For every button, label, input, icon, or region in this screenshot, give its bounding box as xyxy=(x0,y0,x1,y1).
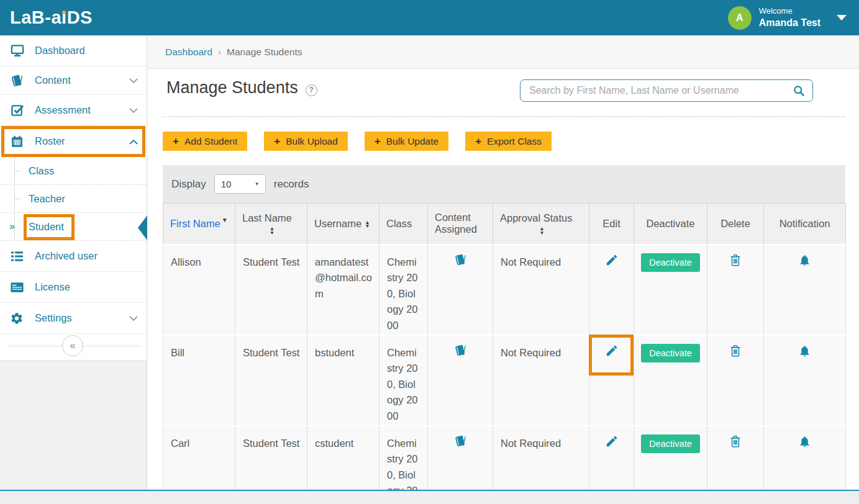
column-header-deactivate: Deactivate xyxy=(634,204,707,245)
cell-content-assigned xyxy=(428,245,493,335)
chevron-down-icon xyxy=(129,313,138,324)
bulk-upload-button[interactable]: + Bulk Upload xyxy=(264,132,348,151)
page-title: Manage Students ? xyxy=(166,78,317,97)
cell-last-name: Student Test xyxy=(235,335,307,426)
sort-icon: ▲▼ xyxy=(242,227,302,235)
sidebar-item-student[interactable]: » Student xyxy=(0,213,147,241)
select-caret-icon: ▼ xyxy=(255,181,260,187)
breadcrumb-dashboard-link[interactable]: Dashboard xyxy=(165,47,212,58)
list-icon xyxy=(10,250,27,263)
cell-first-name: Allison xyxy=(163,245,235,335)
plus-icon: + xyxy=(375,135,381,148)
export-class-button[interactable]: + Export Class xyxy=(465,132,552,151)
edit-pencil-icon[interactable] xyxy=(605,434,619,448)
chevron-down-icon xyxy=(129,75,138,86)
button-label: Bulk Update xyxy=(386,136,439,147)
sidebar-item-content[interactable]: Content xyxy=(0,66,147,95)
column-label: Content Assigned xyxy=(435,212,477,235)
avatar[interactable]: A xyxy=(728,6,752,30)
sidebar-item-label: Dashboard xyxy=(35,45,138,56)
cell-first-name: Bill xyxy=(163,335,235,426)
content-book-icon[interactable] xyxy=(454,253,467,266)
sort-desc-icon: ▼ xyxy=(222,217,228,223)
card-icon xyxy=(10,281,27,294)
sidebar-item-label: Class xyxy=(29,165,54,177)
edit-pencil-icon[interactable] xyxy=(605,344,619,358)
cell-notification xyxy=(764,245,846,335)
delete-trash-icon[interactable] xyxy=(729,253,742,268)
column-header-first-name[interactable]: First Name ▼ xyxy=(163,204,235,245)
table-controls: Display 10 ▼ records xyxy=(163,165,845,203)
column-label: Delete xyxy=(720,218,750,229)
active-item-marker: » xyxy=(9,221,15,232)
lab-aids-logo[interactable]: LaB-aıDS xyxy=(10,9,93,27)
notification-bell-icon[interactable] xyxy=(798,434,811,449)
plus-icon: + xyxy=(274,135,280,148)
add-student-button[interactable]: + Add Student xyxy=(163,132,247,151)
button-label: Bulk Upload xyxy=(286,136,338,147)
notification-bell-icon[interactable] xyxy=(798,344,811,358)
records-label: records xyxy=(274,178,309,191)
search-icon[interactable] xyxy=(793,84,805,97)
edit-pencil-icon[interactable] xyxy=(605,253,619,267)
action-buttons: + Add Student + Bulk Upload + Bulk Updat… xyxy=(163,132,552,151)
help-icon[interactable]: ? xyxy=(306,84,317,96)
content-book-icon[interactable] xyxy=(454,434,467,448)
sidebar-item-roster[interactable]: Roster xyxy=(0,126,147,157)
delete-trash-icon[interactable] xyxy=(729,434,742,449)
cell-class: Chemistry 200, Biology 2000 xyxy=(380,335,428,426)
column-header-approval-status[interactable]: Approval Status ▲▼ xyxy=(493,204,589,245)
page-size-value: 10 xyxy=(221,179,232,189)
column-header-username[interactable]: Username ▲▼ xyxy=(307,204,380,245)
column-header-last-name[interactable]: Last Name ▲▼ xyxy=(235,204,307,245)
cell-approval-status: Not Required xyxy=(493,335,589,426)
deactivate-button[interactable]: Deactivate xyxy=(641,434,700,453)
cell-edit xyxy=(589,335,634,426)
notification-bell-icon[interactable] xyxy=(798,253,811,268)
calendar-icon xyxy=(10,135,27,148)
column-label: Edit xyxy=(602,218,620,229)
sidebar-item-label: Student xyxy=(29,221,64,233)
button-label: Export Class xyxy=(487,136,542,147)
sidebar-filler xyxy=(0,360,147,504)
cell-username: amandatest@hotmail.com xyxy=(307,245,380,335)
user-name: Amanda Test xyxy=(759,17,820,30)
user-menu-caret-icon[interactable] xyxy=(837,15,847,20)
deactivate-button[interactable]: Deactivate xyxy=(641,253,700,272)
book-icon xyxy=(10,74,27,88)
column-label: Class xyxy=(386,218,412,229)
cell-username: bstudent xyxy=(307,335,380,426)
delete-trash-icon[interactable] xyxy=(729,344,742,358)
sort-icon: ▲▼ xyxy=(365,220,370,228)
cell-content-assigned xyxy=(428,335,493,426)
sidebar-item-dashboard[interactable]: Dashboard xyxy=(0,35,147,66)
plus-icon: + xyxy=(475,135,481,148)
sidebar-item-assessment[interactable]: Assessment xyxy=(0,95,147,126)
sidebar: Dashboard Content Assessment Roster Clas… xyxy=(0,35,147,504)
logo-text: LaB-a xyxy=(10,9,61,27)
sidebar-item-license[interactable]: License xyxy=(0,272,147,303)
search-input[interactable] xyxy=(529,85,793,96)
sidebar-item-settings[interactable]: Settings xyxy=(0,303,147,334)
column-label: Username xyxy=(314,218,361,230)
cell-delete xyxy=(707,245,764,335)
sidebar-item-archived-user[interactable]: Archived user xyxy=(0,241,147,272)
table-row: Bill Student Test bstudent Chemistry 200… xyxy=(163,335,846,426)
cell-approval-status: Not Required xyxy=(493,245,589,335)
sidebar-item-class[interactable]: Class xyxy=(0,157,147,185)
sidebar-item-teacher[interactable]: Teacher xyxy=(0,185,147,213)
page-size-select[interactable]: 10 ▼ xyxy=(214,174,266,194)
checkbox-check-icon xyxy=(10,103,27,117)
sidebar-item-label: Assessment xyxy=(35,104,129,116)
cell-edit xyxy=(589,245,634,335)
deactivate-button[interactable]: Deactivate xyxy=(641,344,700,362)
app-header: LaB-aıDS A Welcome Amanda Test xyxy=(0,0,859,35)
column-header-delete: Delete xyxy=(707,204,764,245)
section-divider xyxy=(163,116,845,117)
table-row: Allison Student Test amandatest@hotmail.… xyxy=(163,245,846,335)
content-book-icon[interactable] xyxy=(454,344,467,357)
bulk-update-button[interactable]: + Bulk Update xyxy=(365,132,448,151)
sidebar-collapse-button[interactable]: « xyxy=(62,335,83,356)
gear-icon xyxy=(10,312,27,325)
user-menu[interactable]: A Welcome Amanda Test xyxy=(728,6,847,30)
